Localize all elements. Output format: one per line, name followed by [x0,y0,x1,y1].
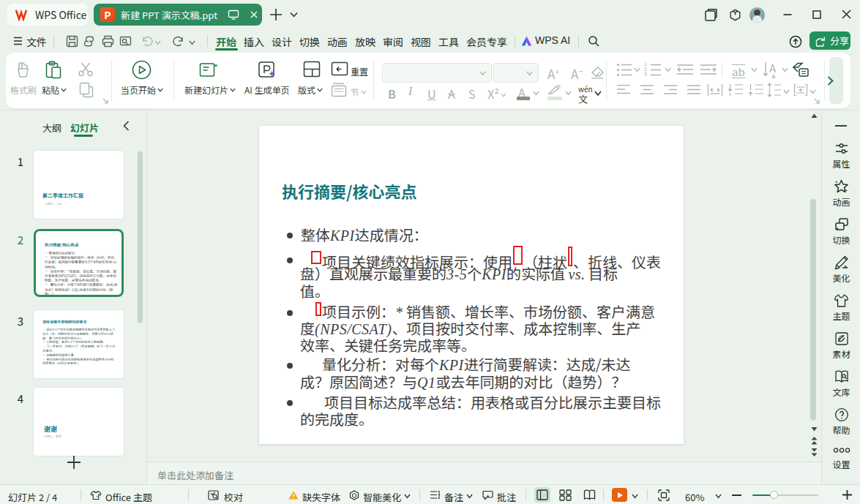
svg-text:A: A [769,61,777,75]
